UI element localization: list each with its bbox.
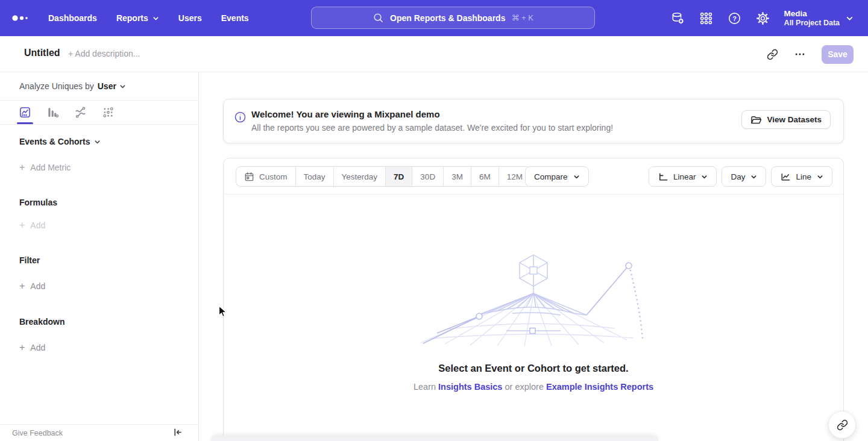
chevron-down-icon [750,174,757,180]
events-cohorts-label: Events & Cohorts [19,137,90,146]
report-type-tabs [14,101,119,124]
linear-scale-icon [658,172,668,182]
help-icon[interactable]: ? [728,11,741,25]
sidebar-divider [0,124,199,125]
plus-icon: + [19,281,25,292]
project-switcher[interactable]: Media All Project Data [784,9,854,28]
global-search[interactable]: Open Reports & Dashboards ⌘ + K [311,7,595,29]
bottom-sheet-peek[interactable] [211,435,658,441]
analyze-label: Analyze Uniques by [19,81,94,91]
info-icon [234,111,247,124]
report-title[interactable]: Untitled [24,48,60,58]
mixpanel-logo[interactable] [11,13,30,23]
add-breakdown-button[interactable]: + Add [19,342,45,353]
search-shortcut: ⌘ + K [511,13,533,22]
insights-icon [19,106,31,119]
chevron-down-icon [701,174,708,180]
share-link-fab[interactable] [828,411,856,439]
breakdown-heading: Breakdown [19,317,64,327]
middle-text: or explore [505,382,543,392]
view-datasets-button[interactable]: View Datasets [741,110,831,129]
calendar-icon [244,172,254,182]
chevron-down-icon [94,139,101,145]
empty-state-illustration [416,254,651,347]
range-yesterday[interactable]: Yesterday [334,167,386,186]
compare-dropdown[interactable]: Compare [525,166,589,187]
flows-icon [74,106,87,119]
nav-reports[interactable]: Reports [116,13,159,23]
chevron-down-icon [153,15,159,22]
chart-card: Custom Today Yesterday 7D 30D 3M 6M 12M … [223,158,844,441]
tab-insights[interactable] [14,101,36,124]
bar-chart-icon [46,106,59,119]
interval-dropdown[interactable]: Day [722,166,766,187]
project-name: Media [784,9,840,19]
range-30d[interactable]: 30D [412,167,444,186]
add-formula-label: Add [30,220,45,230]
sidebar-footer: Give Feedback [0,424,198,441]
chevron-down-icon [119,83,126,90]
apps-grid-icon[interactable] [699,11,713,25]
range-custom-label: Custom [259,172,288,181]
svg-text:?: ? [732,14,737,22]
mixpanel-insights-page: Dashboards Reports Users Events Open Rep… [0,0,868,441]
compare-label: Compare [534,172,568,181]
add-metric-label: Add Metric [30,163,71,172]
range-6m[interactable]: 6M [471,167,499,186]
chart-type-dropdown[interactable]: Line [771,166,832,187]
date-range-control: Custom Today Yesterday 7D 30D 3M 6M 12M [236,166,531,187]
filter-heading: Filter [19,255,40,265]
tab-funnels[interactable] [42,101,63,124]
retention-icon [102,106,115,119]
nav-users[interactable]: Users [178,13,202,23]
search-placeholder: Open Reports & Dashboards [390,13,505,23]
insights-basics-link[interactable]: Insights Basics [438,382,502,392]
folder-icon [750,114,761,125]
add-formula-button[interactable]: + Add [19,220,45,231]
nav-events[interactable]: Events [221,13,249,23]
give-feedback-link[interactable]: Give Feedback [12,429,63,437]
chevron-down-icon [573,174,580,180]
empty-state: Select an Event or Cohort to get started… [224,254,843,392]
copy-link-icon[interactable] [767,49,778,60]
tab-flows[interactable] [70,101,91,124]
range-7d[interactable]: 7D [386,167,412,186]
gear-icon[interactable] [756,11,770,25]
banner-title: Welcome! You are viewing a Mixpanel demo [251,109,440,119]
nav-reports-label: Reports [116,13,148,23]
interval-label: Day [731,172,745,181]
top-navbar: Dashboards Reports Users Events Open Rep… [0,0,868,36]
line-chart-icon [780,172,790,182]
chart-controls-row: Custom Today Yesterday 7D 30D 3M 6M 12M … [224,158,843,195]
link-icon [837,419,848,431]
chevron-down-icon [846,14,854,22]
example-insights-reports-link[interactable]: Example Insights Reports [546,382,653,392]
analyze-uniques-row: Analyze Uniques by User [19,80,126,92]
scale-dropdown[interactable]: Linear [649,166,717,187]
collapse-sidebar-icon[interactable] [172,427,183,437]
save-button[interactable]: Save [822,45,854,64]
range-today[interactable]: Today [296,167,334,186]
demo-welcome-banner: Welcome! You are viewing a Mixpanel demo… [223,99,844,143]
add-description-field[interactable]: + Add description... [68,49,140,58]
report-header: Untitled + Add description... Save [0,36,868,72]
analyze-by-dropdown[interactable]: User [98,81,126,91]
primary-nav: Dashboards Reports Users Events [48,0,249,36]
data-management-icon[interactable] [671,11,685,25]
nav-dashboards[interactable]: Dashboards [48,13,97,23]
scale-label: Linear [673,172,696,181]
empty-state-title: Select an Event or Cohort to get started… [224,363,843,374]
chart-display-controls: Linear Day Line [649,166,832,187]
range-custom[interactable]: Custom [236,167,296,186]
query-builder-sidebar: Analyze Uniques by User [0,72,199,441]
more-options-icon[interactable] [794,49,805,60]
tab-retention[interactable] [98,101,119,124]
banner-subtitle: All the reports you see are powered by a… [251,123,613,133]
events-cohorts-heading[interactable]: Events & Cohorts [19,137,101,146]
formulas-heading: Formulas [19,198,57,207]
add-filter-button[interactable]: + Add [19,281,45,292]
empty-state-links: Learn Insights Basics or explore Example… [224,382,843,392]
range-3m[interactable]: 3M [444,167,471,186]
chevron-down-icon [817,174,823,180]
add-metric-button[interactable]: + Add Metric [19,162,71,173]
